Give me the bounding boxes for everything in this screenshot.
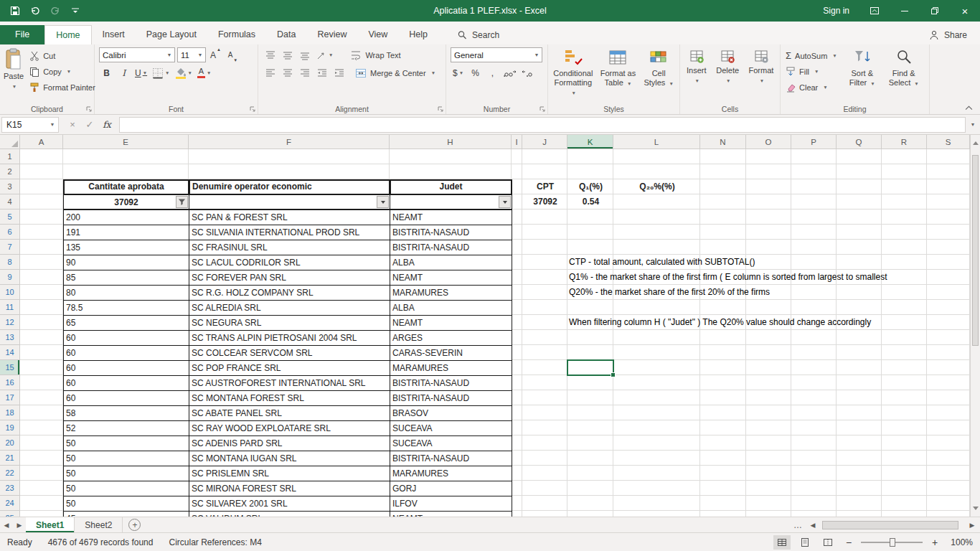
row-header-22[interactable]: 22 xyxy=(0,466,20,481)
cell-name[interactable]: SC ADENIS PARD SRL xyxy=(189,435,390,451)
format-painter-button[interactable]: Format Painter xyxy=(26,80,99,95)
cell-qty[interactable]: 50 xyxy=(63,466,189,481)
cell-styles-button[interactable]: Cell Styles ▼ xyxy=(641,47,677,99)
cell-name[interactable]: SC MONTANA FOREST SRL xyxy=(189,390,390,406)
italic-button[interactable]: I xyxy=(116,65,131,80)
cancel-icon[interactable]: × xyxy=(65,119,80,130)
cell-name[interactable]: SC SILVAREX 2001 SRL xyxy=(189,496,390,512)
alignment-dialog-launcher[interactable] xyxy=(437,105,444,113)
row-header-7[interactable]: 7 xyxy=(0,240,20,255)
cell-judet[interactable]: MARAMURES xyxy=(390,360,512,376)
cell-name[interactable]: SC PAN & FOREST SRL xyxy=(189,209,390,225)
increase-decimal-button[interactable] xyxy=(502,65,518,80)
cell-name[interactable]: SC NEGURA SRL xyxy=(189,315,390,331)
sheet-tab-sheet2[interactable]: Sheet2 xyxy=(75,517,123,532)
filter-cell-judet[interactable] xyxy=(390,194,512,210)
cell-name[interactable]: SC TRANS ALPIN PIETROSANI 2004 SRL xyxy=(189,330,390,346)
cell-judet[interactable]: ALBA xyxy=(390,300,512,316)
filter-cell-cantitate[interactable]: 37092 xyxy=(63,194,189,210)
zoom-out-button[interactable]: − xyxy=(842,537,855,548)
save-icon[interactable] xyxy=(6,0,24,22)
summary-cpt-label[interactable]: CPT xyxy=(522,179,568,195)
cell-qty[interactable]: 60 xyxy=(63,390,189,406)
copy-button[interactable]: Copy▼ xyxy=(26,64,99,79)
row-header-23[interactable]: 23 xyxy=(0,481,20,496)
close-button[interactable]: × xyxy=(950,0,980,22)
selected-cell[interactable] xyxy=(567,359,614,376)
row-header-25[interactable]: 25 xyxy=(0,511,20,517)
column-header-E[interactable]: E xyxy=(63,135,189,149)
decrease-indent-button[interactable] xyxy=(314,65,329,80)
cell-judet[interactable]: BISTRITA-NASAUD xyxy=(390,225,512,240)
cell-qty[interactable]: 191 xyxy=(63,225,189,240)
align-bottom-button[interactable] xyxy=(297,47,312,62)
cell-name[interactable]: SC LACUL CODRILOR SRL xyxy=(189,255,390,270)
decrease-decimal-button[interactable] xyxy=(520,65,536,80)
cell-qty[interactable]: 60 xyxy=(63,330,189,346)
cell-qty[interactable]: 135 xyxy=(63,240,189,255)
cell-name[interactable]: SC FRASINUL SRL xyxy=(189,240,390,255)
column-header-J[interactable]: J xyxy=(522,135,567,149)
cell-qty[interactable]: 50 xyxy=(63,481,189,496)
name-box[interactable]: K15▼ xyxy=(1,117,59,133)
cell-qty[interactable]: 58 xyxy=(63,405,189,421)
grow-font-button[interactable]: A▲ xyxy=(208,47,223,62)
align-left-button[interactable] xyxy=(263,65,278,80)
row-header-17[interactable]: 17 xyxy=(0,390,20,405)
scroll-up-icon[interactable] xyxy=(973,138,979,145)
cell-judet[interactable]: SUCEAVA xyxy=(390,435,512,451)
row-header-4[interactable]: 4 xyxy=(0,194,20,209)
cell-judet[interactable]: BISTRITA-NASAUD xyxy=(390,451,512,466)
column-header-S[interactable]: S xyxy=(927,135,970,149)
cell-judet[interactable]: NEAMT xyxy=(390,270,512,286)
cell-judet[interactable]: BRASOV xyxy=(390,405,512,421)
zoom-slider-thumb[interactable] xyxy=(890,538,895,547)
sign-in-button[interactable]: Sign in xyxy=(813,0,859,22)
format-as-table-button[interactable]: Format as Table ▼ xyxy=(598,47,638,99)
tab-formulas[interactable]: Formulas xyxy=(207,25,266,44)
horizontal-scroll-thumb[interactable] xyxy=(822,521,958,529)
cell-judet[interactable]: NEAMT xyxy=(390,511,512,517)
cell-qty[interactable]: 60 xyxy=(63,360,189,376)
row-header-2[interactable]: 2 xyxy=(0,164,20,179)
row-header-10[interactable]: 10 xyxy=(0,285,20,300)
zoom-slider[interactable] xyxy=(861,542,923,543)
sheet-area[interactable]: 1234567891011121314151617181920212223242… xyxy=(0,149,970,517)
row-header-16[interactable]: 16 xyxy=(0,375,20,390)
font-dialog-launcher[interactable] xyxy=(249,105,256,113)
column-header-A[interactable]: A xyxy=(20,135,63,149)
insert-function-icon[interactable]: fx xyxy=(99,119,115,130)
number-format-select[interactable]: General▼ xyxy=(451,47,542,62)
column-header-R[interactable]: R xyxy=(882,135,927,149)
cell-judet[interactable]: BISTRITA-NASAUD xyxy=(390,390,512,406)
tab-data[interactable]: Data xyxy=(266,25,306,44)
maximize-button[interactable] xyxy=(920,0,950,22)
enter-icon[interactable]: ✓ xyxy=(82,119,98,130)
clipboard-dialog-launcher[interactable] xyxy=(85,105,93,113)
cell-judet[interactable]: MARAMURES xyxy=(390,466,512,481)
sheet-tab-sheet1[interactable]: Sheet1 xyxy=(26,517,75,532)
sheet-nav-right-icon[interactable]: ▶ xyxy=(13,517,26,532)
ribbon-display-options-icon[interactable] xyxy=(859,0,890,22)
tab-insert[interactable]: Insert xyxy=(92,25,136,44)
column-header-P[interactable]: P xyxy=(791,135,837,149)
row-header-8[interactable]: 8 xyxy=(0,255,20,270)
autosum-button[interactable]: ΣAutoSum▼ xyxy=(782,48,841,63)
cell-judet[interactable]: ILFOV xyxy=(390,496,512,512)
column-header-N[interactable]: N xyxy=(700,135,746,149)
search-box[interactable]: Search xyxy=(457,25,499,44)
tab-overflow-icon[interactable]: … xyxy=(791,520,805,530)
find-select-button[interactable]: Find & Select ▼ xyxy=(884,47,924,95)
row-header-11[interactable]: 11 xyxy=(0,300,20,315)
filter-dropdown-judet[interactable] xyxy=(499,196,511,208)
align-top-button[interactable] xyxy=(263,47,278,62)
cell-qty[interactable]: 90 xyxy=(63,255,189,270)
qat-customize-icon[interactable] xyxy=(66,0,85,22)
normal-view-button[interactable] xyxy=(773,535,791,550)
format-cells-button[interactable]: Format ▼ xyxy=(744,47,778,86)
vertical-scroll-thumb[interactable] xyxy=(972,155,979,346)
scroll-down-icon[interactable] xyxy=(973,507,979,513)
merge-center-button[interactable]: Merge & Center▼ xyxy=(352,65,439,80)
cell-name[interactable]: SC R.G. HOLZ COMPANY SRL xyxy=(189,285,390,301)
cell-qty[interactable]: 80 xyxy=(63,285,189,301)
